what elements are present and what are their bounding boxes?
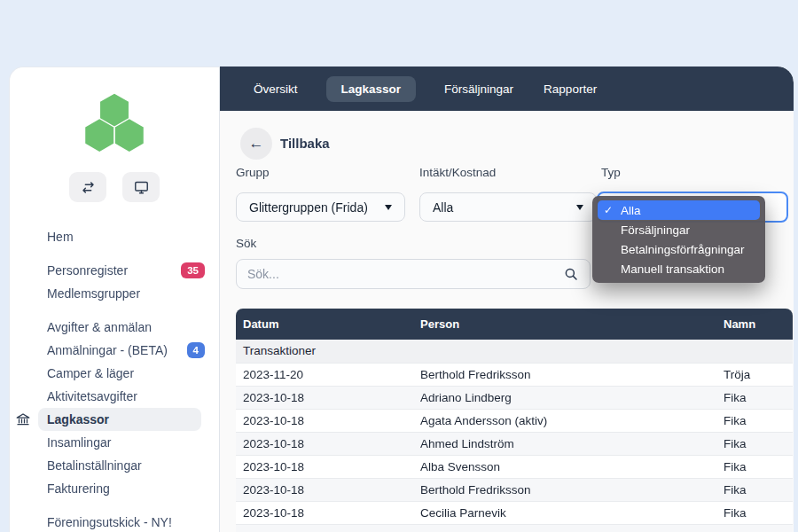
cell-person: [413, 524, 716, 532]
typ-option-label: Försäljningar: [621, 223, 690, 237]
count-badge: 35: [181, 262, 205, 278]
table-row-partial[interactable]: 2023-10-18Fika: [236, 524, 793, 532]
sidebar: HemPersonregister35MedlemsgrupperAvgifte…: [9, 66, 219, 532]
cell-datum: 2023-10-18: [236, 409, 413, 432]
sidebar-item-hem[interactable]: Hem: [10, 225, 219, 248]
sidebar-item-avgifter-anmalan[interactable]: Avgifter & anmälan: [10, 316, 219, 339]
table-row[interactable]: 2023-10-18Agata Andersson (aktiv)Fika: [236, 409, 793, 432]
cell-person: Alba Svensson: [413, 455, 716, 478]
typ-option-alla[interactable]: ✓Alla: [598, 200, 760, 220]
intakt-select-value: Alla: [433, 200, 453, 215]
cell-namn: Tröja: [716, 363, 793, 386]
section-label: Transaktioner: [236, 340, 793, 363]
cell-datum: 2023-10-18: [236, 432, 413, 455]
cell-person: Berthold Fredriksson: [413, 363, 716, 386]
sidebar-item-label: Hem: [47, 230, 74, 244]
column-header-namn[interactable]: Namn: [716, 309, 793, 340]
column-header-datum[interactable]: Datum: [236, 309, 413, 340]
sidebar-item-fakturering[interactable]: Fakturering: [10, 477, 219, 500]
cell-datum: 2023-10-18: [236, 524, 413, 532]
cell-namn: Fika: [716, 501, 793, 524]
tab-rapporter[interactable]: Rapporter: [542, 76, 598, 102]
typ-option-forsaljningar[interactable]: Försäljningar: [598, 220, 760, 239]
cell-person: Adriano Lindberg: [413, 386, 716, 409]
sidebar-item-camper-lager[interactable]: Camper & läger: [10, 362, 219, 385]
sidebar-group: Avgifter & anmälanAnmälningar - (BETA)4C…: [10, 316, 219, 500]
back-button[interactable]: ←: [240, 128, 272, 160]
tab-forsaljningar[interactable]: Försäljningar: [442, 76, 515, 102]
sidebar-group: Hem: [10, 225, 219, 248]
cell-datum: 2023-10-18: [236, 386, 413, 409]
cell-person: Cecilia Parnevik: [413, 501, 716, 524]
cell-namn: Fika: [716, 386, 793, 409]
tab-oversikt[interactable]: Översikt: [252, 76, 300, 102]
sidebar-toolbar: [10, 172, 219, 202]
sidebar-item-label: Avgifter & anmälan: [47, 320, 152, 334]
caret-down-icon: [576, 205, 583, 210]
cell-person: Berthold Fredriksson: [413, 478, 716, 501]
swap-arrows-icon: [80, 179, 97, 196]
monitor-icon: [133, 179, 150, 196]
grupp-select-value: Glittergruppen (Frida): [249, 200, 368, 215]
main-panel: ÖversiktLagkassorFörsäljningarRapporter …: [219, 66, 794, 532]
swap-arrows-button[interactable]: [69, 172, 106, 202]
cell-namn: Fika: [716, 455, 793, 478]
sidebar-nav: HemPersonregister35MedlemsgrupperAvgifte…: [10, 225, 219, 532]
cell-person: Agata Andersson (aktiv): [413, 409, 716, 432]
sok-label: Sök: [236, 237, 256, 250]
cell-namn: Fika: [716, 409, 793, 432]
typ-option-label: Betalningsförfrågningar: [621, 243, 745, 256]
cell-namn: Fika: [716, 432, 793, 455]
monitor-button[interactable]: [122, 172, 160, 202]
typ-dropdown-menu: ✓AllaFörsäljningarBetalningsförfrågninga…: [592, 196, 765, 283]
cell-datum: 2023-11-20: [236, 363, 413, 386]
app-logo: [10, 87, 219, 161]
page-title: Tillbaka: [280, 136, 330, 151]
tab-bar: ÖversiktLagkassorFörsäljningarRapporter: [220, 66, 794, 111]
table-header-row: Datum Person Namn: [236, 309, 793, 340]
sidebar-item-label: Personregister: [47, 263, 128, 278]
table-row[interactable]: 2023-11-20Berthold FredrikssonTröja: [236, 363, 793, 386]
sidebar-item-label: Föreningsutskick - NY!: [47, 515, 172, 529]
table-row[interactable]: 2023-10-18Ahmed LindströmFika: [236, 432, 793, 455]
table-row[interactable]: 2023-10-18Adriano LindbergFika: [236, 386, 793, 409]
cell-datum: 2023-10-18: [236, 478, 413, 501]
cell-datum: 2023-10-18: [236, 501, 413, 524]
typ-label: Typ: [601, 166, 621, 179]
transactions-table: Datum Person Namn Transaktioner 2023-11-…: [236, 309, 793, 532]
typ-option-betalningsforfragningar[interactable]: Betalningsförfrågningar: [598, 239, 760, 259]
table-row[interactable]: 2023-10-18Alba SvenssonFika: [236, 455, 793, 478]
sidebar-item-foreningsutskick[interactable]: Föreningsutskick - NY!: [10, 511, 219, 532]
cell-person: Ahmed Lindström: [413, 432, 716, 455]
sidebar-item-lagkassor[interactable]: Lagkassor: [38, 408, 201, 431]
typ-option-label: Alla: [621, 204, 641, 217]
count-badge: 4: [187, 342, 205, 358]
grupp-select[interactable]: Glittergruppen (Frida): [236, 192, 405, 222]
sidebar-item-aktivitetsavgifter[interactable]: Aktivitetsavgifter: [10, 385, 219, 408]
cell-datum: 2023-10-18: [236, 455, 413, 478]
sidebar-item-insamlingar[interactable]: Insamlingar: [10, 431, 219, 454]
sidebar-item-personregister[interactable]: Personregister35: [10, 259, 219, 282]
table-section-row: Transaktioner: [236, 340, 793, 363]
grupp-label: Grupp: [236, 166, 270, 179]
sidebar-group: Personregister35Medlemsgrupper: [10, 259, 219, 305]
search-input[interactable]: [247, 267, 563, 281]
sidebar-item-label: Medlemsgrupper: [47, 286, 140, 301]
cell-namn: Fika: [716, 524, 793, 532]
sidebar-item-label: Betalinställningar: [47, 458, 142, 473]
table-row[interactable]: 2023-10-18Berthold FredrikssonFika: [236, 478, 793, 501]
typ-option-manuell-transaktion[interactable]: Manuell transaktion: [598, 259, 760, 278]
sidebar-item-label: Fakturering: [47, 481, 110, 496]
table-row[interactable]: 2023-10-18Cecilia ParnevikFika: [236, 501, 793, 524]
tab-lagkassor[interactable]: Lagkassor: [326, 76, 417, 102]
sidebar-item-medlemsgrupper[interactable]: Medlemsgrupper: [10, 282, 219, 305]
sidebar-group: Föreningsutskick - NY!: [10, 511, 219, 532]
intakt-label: Intäkt/Kostnad: [419, 166, 496, 179]
column-header-person[interactable]: Person: [413, 309, 716, 340]
checkmark-icon: ✓: [604, 204, 613, 216]
hexagon-cubes-logo-icon: [77, 87, 152, 161]
sidebar-item-betalinstallningar[interactable]: Betalinställningar: [10, 454, 219, 477]
sidebar-item-anmalningar-beta[interactable]: Anmälningar - (BETA)4: [10, 339, 219, 362]
intakt-select[interactable]: Alla: [419, 192, 597, 222]
search-field: [236, 259, 591, 289]
